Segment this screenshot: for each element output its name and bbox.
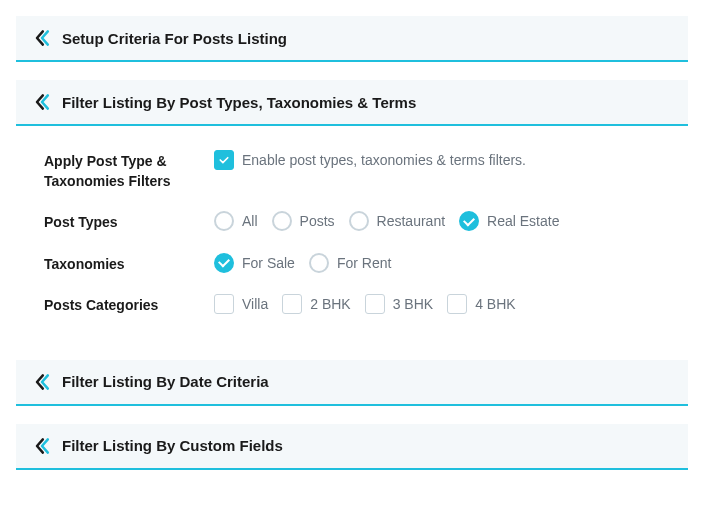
category-option-villa[interactable]: Villa [214, 294, 268, 314]
post-type-radio-real-estate[interactable] [459, 211, 479, 231]
panel-header-filter-types[interactable]: Filter Listing By Post Types, Taxonomies… [16, 80, 688, 126]
panel-header-filter-custom[interactable]: Filter Listing By Custom Fields [16, 424, 688, 470]
taxonomy-radio-for-rent[interactable] [309, 253, 329, 273]
option-label: 4 BHK [475, 296, 515, 312]
taxonomy-option-for-sale[interactable]: For Sale [214, 253, 295, 273]
brand-icon [32, 28, 52, 48]
panel-title: Setup Criteria For Posts Listing [62, 30, 287, 47]
category-option-4-bhk[interactable]: 4 BHK [447, 294, 515, 314]
option-label: For Sale [242, 255, 295, 271]
field-label: Apply Post Type & Taxonomies Filters [44, 150, 214, 191]
field-apply-filters: Apply Post Type & Taxonomies Filters Ena… [44, 150, 660, 191]
field-taxonomies: Taxonomies For SaleFor Rent [44, 253, 660, 275]
panel-header-setup-criteria[interactable]: Setup Criteria For Posts Listing [16, 16, 688, 62]
post-type-option-real-estate[interactable]: Real Estate [459, 211, 559, 231]
category-checkbox-3-bhk[interactable] [365, 294, 385, 314]
option-label: 2 BHK [310, 296, 350, 312]
post-type-option-all[interactable]: All [214, 211, 258, 231]
option-label: Posts [300, 213, 335, 229]
panel-title: Filter Listing By Date Criteria [62, 373, 269, 390]
option-label: 3 BHK [393, 296, 433, 312]
enable-filters-label: Enable post types, taxonomies & terms fi… [242, 152, 526, 168]
category-checkbox-4-bhk[interactable] [447, 294, 467, 314]
post-type-radio-all[interactable] [214, 211, 234, 231]
post-type-option-posts[interactable]: Posts [272, 211, 335, 231]
taxonomy-option-for-rent[interactable]: For Rent [309, 253, 391, 273]
category-checkbox-villa[interactable] [214, 294, 234, 314]
field-post-types: Post Types AllPostsRestaurantReal Estate [44, 211, 660, 233]
brand-icon [32, 92, 52, 112]
post-type-radio-posts[interactable] [272, 211, 292, 231]
field-categories: Posts Categories Villa2 BHK3 BHK4 BHK [44, 294, 660, 316]
post-type-option-restaurant[interactable]: Restaurant [349, 211, 445, 231]
enable-filters-option[interactable]: Enable post types, taxonomies & terms fi… [214, 150, 526, 170]
option-label: Restaurant [377, 213, 445, 229]
field-label: Post Types [44, 211, 214, 233]
category-checkbox-2-bhk[interactable] [282, 294, 302, 314]
enable-filters-checkbox[interactable] [214, 150, 234, 170]
option-label: Villa [242, 296, 268, 312]
panel-content-filter-types: Apply Post Type & Taxonomies Filters Ena… [16, 144, 688, 344]
option-label: For Rent [337, 255, 391, 271]
taxonomy-radio-for-sale[interactable] [214, 253, 234, 273]
brand-icon [32, 436, 52, 456]
field-label: Posts Categories [44, 294, 214, 316]
panel-header-filter-date[interactable]: Filter Listing By Date Criteria [16, 360, 688, 406]
panel-title: Filter Listing By Post Types, Taxonomies… [62, 94, 416, 111]
category-option-3-bhk[interactable]: 3 BHK [365, 294, 433, 314]
category-option-2-bhk[interactable]: 2 BHK [282, 294, 350, 314]
option-label: All [242, 213, 258, 229]
option-label: Real Estate [487, 213, 559, 229]
brand-icon [32, 372, 52, 392]
post-type-radio-restaurant[interactable] [349, 211, 369, 231]
panel-title: Filter Listing By Custom Fields [62, 437, 283, 454]
field-label: Taxonomies [44, 253, 214, 275]
